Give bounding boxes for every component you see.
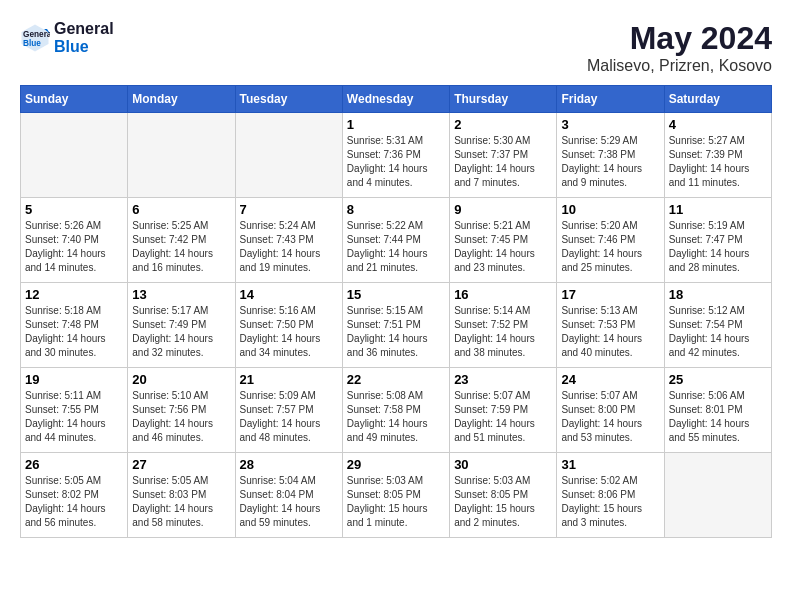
logo-text-blue: Blue — [54, 38, 114, 56]
day-info: Sunrise: 5:08 AM Sunset: 7:58 PM Dayligh… — [347, 389, 445, 445]
day-info: Sunrise: 5:29 AM Sunset: 7:38 PM Dayligh… — [561, 134, 659, 190]
weekday-header-sunday: Sunday — [21, 86, 128, 113]
day-info: Sunrise: 5:24 AM Sunset: 7:43 PM Dayligh… — [240, 219, 338, 275]
calendar-cell: 19Sunrise: 5:11 AM Sunset: 7:55 PM Dayli… — [21, 368, 128, 453]
day-number: 22 — [347, 372, 445, 387]
title-section: May 2024 Malisevo, Prizren, Kosovo — [587, 20, 772, 75]
day-number: 27 — [132, 457, 230, 472]
calendar-cell: 25Sunrise: 5:06 AM Sunset: 8:01 PM Dayli… — [664, 368, 771, 453]
day-number: 8 — [347, 202, 445, 217]
day-info: Sunrise: 5:04 AM Sunset: 8:04 PM Dayligh… — [240, 474, 338, 530]
day-info: Sunrise: 5:17 AM Sunset: 7:49 PM Dayligh… — [132, 304, 230, 360]
page-header: General Blue General Blue May 2024 Malis… — [20, 20, 772, 75]
calendar-cell: 31Sunrise: 5:02 AM Sunset: 8:06 PM Dayli… — [557, 453, 664, 538]
logo: General Blue General Blue — [20, 20, 114, 55]
day-number: 1 — [347, 117, 445, 132]
day-info: Sunrise: 5:14 AM Sunset: 7:52 PM Dayligh… — [454, 304, 552, 360]
calendar-cell: 13Sunrise: 5:17 AM Sunset: 7:49 PM Dayli… — [128, 283, 235, 368]
calendar-cell: 17Sunrise: 5:13 AM Sunset: 7:53 PM Dayli… — [557, 283, 664, 368]
calendar-cell — [21, 113, 128, 198]
day-number: 13 — [132, 287, 230, 302]
calendar-cell — [128, 113, 235, 198]
calendar-cell: 24Sunrise: 5:07 AM Sunset: 8:00 PM Dayli… — [557, 368, 664, 453]
calendar-cell: 27Sunrise: 5:05 AM Sunset: 8:03 PM Dayli… — [128, 453, 235, 538]
day-number: 20 — [132, 372, 230, 387]
month-title: May 2024 — [587, 20, 772, 57]
day-info: Sunrise: 5:07 AM Sunset: 7:59 PM Dayligh… — [454, 389, 552, 445]
calendar-cell: 28Sunrise: 5:04 AM Sunset: 8:04 PM Dayli… — [235, 453, 342, 538]
day-info: Sunrise: 5:09 AM Sunset: 7:57 PM Dayligh… — [240, 389, 338, 445]
day-info: Sunrise: 5:07 AM Sunset: 8:00 PM Dayligh… — [561, 389, 659, 445]
day-number: 15 — [347, 287, 445, 302]
day-info: Sunrise: 5:15 AM Sunset: 7:51 PM Dayligh… — [347, 304, 445, 360]
calendar-cell: 21Sunrise: 5:09 AM Sunset: 7:57 PM Dayli… — [235, 368, 342, 453]
calendar-cell: 7Sunrise: 5:24 AM Sunset: 7:43 PM Daylig… — [235, 198, 342, 283]
weekday-header-tuesday: Tuesday — [235, 86, 342, 113]
calendar-cell: 9Sunrise: 5:21 AM Sunset: 7:45 PM Daylig… — [450, 198, 557, 283]
day-number: 17 — [561, 287, 659, 302]
calendar-cell: 30Sunrise: 5:03 AM Sunset: 8:05 PM Dayli… — [450, 453, 557, 538]
logo-text-general: General — [54, 20, 114, 38]
day-number: 10 — [561, 202, 659, 217]
day-number: 24 — [561, 372, 659, 387]
day-info: Sunrise: 5:26 AM Sunset: 7:40 PM Dayligh… — [25, 219, 123, 275]
day-info: Sunrise: 5:06 AM Sunset: 8:01 PM Dayligh… — [669, 389, 767, 445]
day-number: 16 — [454, 287, 552, 302]
calendar-cell: 11Sunrise: 5:19 AM Sunset: 7:47 PM Dayli… — [664, 198, 771, 283]
day-number: 25 — [669, 372, 767, 387]
weekday-header-thursday: Thursday — [450, 86, 557, 113]
calendar-cell: 14Sunrise: 5:16 AM Sunset: 7:50 PM Dayli… — [235, 283, 342, 368]
day-number: 31 — [561, 457, 659, 472]
calendar-cell: 3Sunrise: 5:29 AM Sunset: 7:38 PM Daylig… — [557, 113, 664, 198]
weekday-header-friday: Friday — [557, 86, 664, 113]
svg-text:Blue: Blue — [23, 38, 41, 47]
day-number: 19 — [25, 372, 123, 387]
week-row-4: 19Sunrise: 5:11 AM Sunset: 7:55 PM Dayli… — [21, 368, 772, 453]
day-info: Sunrise: 5:16 AM Sunset: 7:50 PM Dayligh… — [240, 304, 338, 360]
day-number: 6 — [132, 202, 230, 217]
week-row-5: 26Sunrise: 5:05 AM Sunset: 8:02 PM Dayli… — [21, 453, 772, 538]
day-number: 29 — [347, 457, 445, 472]
logo-icon: General Blue — [20, 23, 50, 53]
weekday-header-monday: Monday — [128, 86, 235, 113]
calendar-cell — [664, 453, 771, 538]
day-info: Sunrise: 5:02 AM Sunset: 8:06 PM Dayligh… — [561, 474, 659, 530]
calendar-cell: 23Sunrise: 5:07 AM Sunset: 7:59 PM Dayli… — [450, 368, 557, 453]
calendar-cell: 2Sunrise: 5:30 AM Sunset: 7:37 PM Daylig… — [450, 113, 557, 198]
calendar-cell: 15Sunrise: 5:15 AM Sunset: 7:51 PM Dayli… — [342, 283, 449, 368]
day-info: Sunrise: 5:13 AM Sunset: 7:53 PM Dayligh… — [561, 304, 659, 360]
day-number: 26 — [25, 457, 123, 472]
week-row-2: 5Sunrise: 5:26 AM Sunset: 7:40 PM Daylig… — [21, 198, 772, 283]
weekday-header-saturday: Saturday — [664, 86, 771, 113]
calendar-cell: 16Sunrise: 5:14 AM Sunset: 7:52 PM Dayli… — [450, 283, 557, 368]
day-number: 18 — [669, 287, 767, 302]
day-info: Sunrise: 5:25 AM Sunset: 7:42 PM Dayligh… — [132, 219, 230, 275]
calendar-cell: 26Sunrise: 5:05 AM Sunset: 8:02 PM Dayli… — [21, 453, 128, 538]
day-info: Sunrise: 5:27 AM Sunset: 7:39 PM Dayligh… — [669, 134, 767, 190]
calendar-cell: 29Sunrise: 5:03 AM Sunset: 8:05 PM Dayli… — [342, 453, 449, 538]
day-info: Sunrise: 5:31 AM Sunset: 7:36 PM Dayligh… — [347, 134, 445, 190]
day-number: 3 — [561, 117, 659, 132]
day-info: Sunrise: 5:30 AM Sunset: 7:37 PM Dayligh… — [454, 134, 552, 190]
day-number: 9 — [454, 202, 552, 217]
calendar-table: SundayMondayTuesdayWednesdayThursdayFrid… — [20, 85, 772, 538]
day-info: Sunrise: 5:18 AM Sunset: 7:48 PM Dayligh… — [25, 304, 123, 360]
week-row-3: 12Sunrise: 5:18 AM Sunset: 7:48 PM Dayli… — [21, 283, 772, 368]
day-number: 11 — [669, 202, 767, 217]
day-number: 7 — [240, 202, 338, 217]
calendar-cell: 22Sunrise: 5:08 AM Sunset: 7:58 PM Dayli… — [342, 368, 449, 453]
day-number: 5 — [25, 202, 123, 217]
calendar-cell: 1Sunrise: 5:31 AM Sunset: 7:36 PM Daylig… — [342, 113, 449, 198]
calendar-cell: 4Sunrise: 5:27 AM Sunset: 7:39 PM Daylig… — [664, 113, 771, 198]
calendar-cell: 5Sunrise: 5:26 AM Sunset: 7:40 PM Daylig… — [21, 198, 128, 283]
day-info: Sunrise: 5:19 AM Sunset: 7:47 PM Dayligh… — [669, 219, 767, 275]
day-info: Sunrise: 5:03 AM Sunset: 8:05 PM Dayligh… — [454, 474, 552, 530]
day-info: Sunrise: 5:10 AM Sunset: 7:56 PM Dayligh… — [132, 389, 230, 445]
day-number: 12 — [25, 287, 123, 302]
day-info: Sunrise: 5:21 AM Sunset: 7:45 PM Dayligh… — [454, 219, 552, 275]
calendar-cell: 6Sunrise: 5:25 AM Sunset: 7:42 PM Daylig… — [128, 198, 235, 283]
day-info: Sunrise: 5:20 AM Sunset: 7:46 PM Dayligh… — [561, 219, 659, 275]
location-text: Malisevo, Prizren, Kosovo — [587, 57, 772, 75]
week-row-1: 1Sunrise: 5:31 AM Sunset: 7:36 PM Daylig… — [21, 113, 772, 198]
weekday-header-wednesday: Wednesday — [342, 86, 449, 113]
